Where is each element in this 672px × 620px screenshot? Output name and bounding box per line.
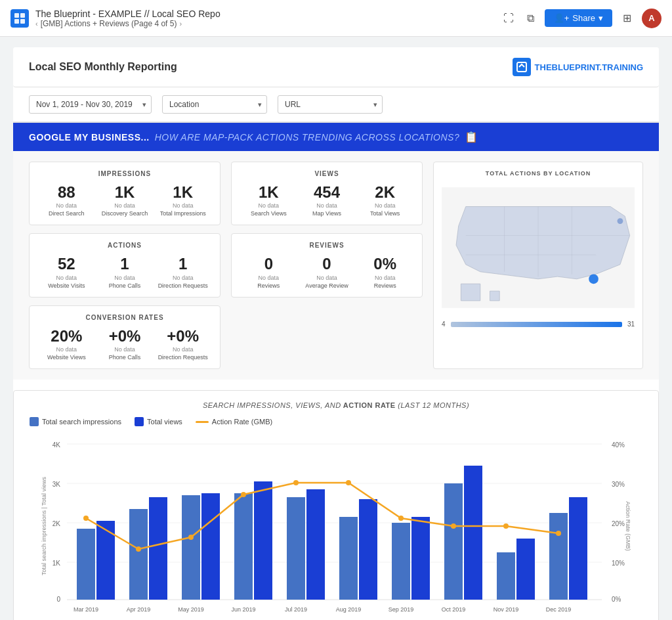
url-select[interactable]: URL bbox=[278, 95, 383, 114]
bar-impressions-9 bbox=[549, 513, 568, 600]
phone-calls-metric: 1 No data Phone Calls bbox=[98, 255, 152, 288]
main-content: Local SEO Monthly Reporting THEBLUEPRINT… bbox=[0, 37, 672, 620]
svg-text:Mar 2019: Mar 2019 bbox=[74, 606, 98, 613]
views-title: VIEWS bbox=[242, 170, 411, 177]
conv-direction-label: Direction Requests bbox=[156, 354, 209, 361]
top-bar: The Blueprint - EXAMPLE // Local SEO Rep… bbox=[0, 0, 672, 37]
reviews-pct-metric: 0% No data Reviews bbox=[358, 255, 411, 288]
map-title: TOTAL ACTIONS BY LOCATION bbox=[442, 170, 635, 177]
bar-impressions-2 bbox=[182, 495, 200, 600]
svg-text:0: 0 bbox=[56, 596, 60, 603]
impressions-title: IMPRESSIONS bbox=[40, 170, 209, 177]
website-visits-value: 52 bbox=[40, 255, 93, 273]
copy-btn[interactable]: ⧉ bbox=[524, 10, 537, 27]
action-rate-line bbox=[196, 421, 209, 423]
reviews-title: REVIEWS bbox=[242, 242, 411, 249]
action-rate-dot-3 bbox=[241, 492, 246, 497]
bar-impressions-0 bbox=[77, 529, 95, 600]
reviews-pct-label: Reviews bbox=[358, 282, 411, 289]
direction-requests-label: Direction Requests bbox=[156, 282, 209, 289]
map-views-label: Map Views bbox=[301, 210, 354, 217]
reviews-pct-value: 0% bbox=[358, 255, 411, 273]
direction-requests-metric: 1 No data Direction Requests bbox=[156, 255, 209, 288]
share-button[interactable]: 👤+ Share ▾ bbox=[545, 9, 612, 27]
svg-rect-1 bbox=[20, 13, 25, 18]
avg-review-value: 0 bbox=[301, 255, 354, 273]
svg-text:Nov 2019: Nov 2019 bbox=[494, 606, 519, 613]
svg-text:4K: 4K bbox=[52, 441, 61, 449]
bar-impressions-4 bbox=[287, 497, 305, 600]
svg-text:Sep 2019: Sep 2019 bbox=[388, 606, 414, 613]
direct-search-nodata: No data bbox=[40, 202, 93, 209]
svg-text:20%: 20% bbox=[612, 520, 625, 527]
views-card: VIEWS 1K No data Search Views 454 No dat… bbox=[231, 162, 423, 225]
total-views-value: 2K bbox=[358, 184, 411, 201]
legend-impressions: Total search impressions bbox=[30, 417, 121, 426]
action-rate-dot-1 bbox=[136, 546, 141, 552]
svg-text:1K: 1K bbox=[52, 560, 61, 567]
conversion-title: CONVERSION RATES bbox=[40, 314, 209, 321]
date-range-select[interactable]: Nov 1, 2019 - Nov 30, 2019 bbox=[29, 95, 152, 114]
website-visits-metric: 52 No data Website Visits bbox=[40, 255, 93, 288]
fullscreen-btn[interactable]: ⛶ bbox=[501, 10, 516, 27]
stats-section: IMPRESSIONS 88 No data Direct Search 1K … bbox=[13, 151, 659, 380]
bar-views-7 bbox=[464, 466, 482, 600]
map-views-nodata: No data bbox=[301, 202, 354, 209]
map-views-value: 454 bbox=[301, 184, 354, 201]
svg-text:Aug 2019: Aug 2019 bbox=[336, 606, 362, 613]
blue-banner: GOOGLE MY BUSINESS... HOW ARE MAP-PACK A… bbox=[13, 123, 659, 151]
location-select[interactable]: Location bbox=[162, 95, 267, 114]
discovery-search-value: 1K bbox=[98, 184, 152, 201]
views-metrics: 1K No data Search Views 454 No data Map … bbox=[242, 184, 411, 217]
svg-text:Oct 2019: Oct 2019 bbox=[442, 606, 466, 613]
search-views-value: 1K bbox=[242, 184, 295, 201]
search-views-nodata: No data bbox=[242, 202, 295, 209]
bar-impressions-1 bbox=[129, 509, 148, 600]
action-rate-dot-6 bbox=[398, 516, 404, 521]
app-logo bbox=[10, 9, 29, 28]
reviews-card: REVIEWS 0 No data Reviews 0 No data Aver… bbox=[231, 233, 423, 297]
bar-views-1 bbox=[149, 497, 167, 600]
conv-website-nodata: No data bbox=[40, 346, 93, 353]
action-rate-dot-4 bbox=[293, 480, 299, 485]
conversion-metrics: 20% No data Website Views +0% No data Ph… bbox=[40, 328, 209, 361]
svg-text:3K: 3K bbox=[52, 481, 61, 488]
svg-point-11 bbox=[589, 274, 598, 284]
bar-impressions-7 bbox=[444, 483, 463, 600]
top-bar-left: The Blueprint - EXAMPLE // Local SEO Rep… bbox=[10, 9, 220, 28]
url-filter-wrapper: URL bbox=[278, 95, 383, 114]
stats-middle-column: VIEWS 1K No data Search Views 454 No dat… bbox=[231, 162, 423, 369]
next-page-btn[interactable]: › bbox=[179, 20, 182, 28]
legend-views: Total views bbox=[135, 417, 182, 426]
direct-search-label: Direct Search bbox=[40, 210, 93, 217]
avatar[interactable]: A bbox=[642, 9, 662, 28]
svg-text:Action Rate (GMB): Action Rate (GMB) bbox=[625, 501, 631, 551]
actions-title: ACTIONS bbox=[40, 242, 209, 249]
bar-views-2 bbox=[201, 493, 220, 600]
direction-requests-nodata: No data bbox=[156, 275, 209, 281]
action-rate-dot-2 bbox=[188, 535, 194, 540]
svg-text:2K: 2K bbox=[52, 520, 61, 527]
prev-page-btn[interactable]: ‹ bbox=[35, 20, 38, 28]
bar-impressions-8 bbox=[497, 552, 515, 600]
action-rate-dot-9 bbox=[556, 531, 561, 536]
total-views-nodata: No data bbox=[358, 202, 411, 209]
bar-impressions-5 bbox=[339, 517, 358, 600]
search-views-metric: 1K No data Search Views bbox=[242, 184, 295, 217]
direct-search-metric: 88 No data Direct Search bbox=[40, 184, 93, 217]
stats-left-column: IMPRESSIONS 88 No data Direct Search 1K … bbox=[29, 162, 220, 369]
actions-metrics: 52 No data Website Visits 1 No data Phon… bbox=[40, 255, 209, 288]
share-icon: 👤+ bbox=[554, 13, 570, 23]
actions-card: ACTIONS 52 No data Website Visits 1 No d… bbox=[29, 233, 220, 297]
legend-views-label: Total views bbox=[147, 418, 182, 426]
phone-calls-value: 1 bbox=[98, 255, 152, 273]
discovery-search-metric: 1K No data Discovery Search bbox=[98, 184, 152, 217]
brand-text: THEBLUEPRINT.TRAINING bbox=[535, 62, 643, 72]
page-title: The Blueprint - EXAMPLE // Local SEO Rep… bbox=[35, 9, 220, 19]
direct-search-value: 88 bbox=[40, 184, 93, 201]
conv-website-label: Website Views bbox=[40, 354, 93, 361]
phone-calls-nodata: No data bbox=[98, 275, 152, 281]
chart-area: 4K 3K 2K 1K 0 40% 30% 20% 10% 0% Total s… bbox=[30, 434, 642, 618]
grid-menu-btn[interactable]: ⊞ bbox=[620, 9, 634, 27]
discovery-search-nodata: No data bbox=[98, 202, 152, 209]
